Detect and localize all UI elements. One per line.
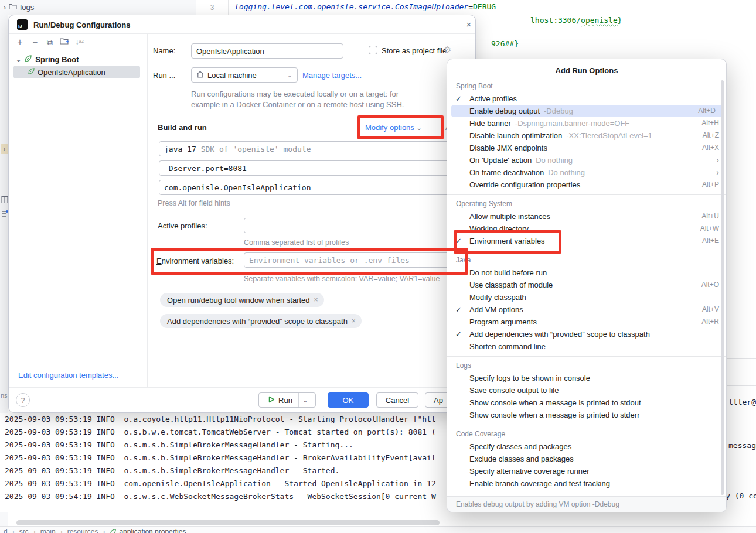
popup-menu-item[interactable]: Disable launch optimization-XX:TieredSto… [447, 129, 726, 142]
popup-menu-item[interactable]: Shorten command line [447, 340, 726, 353]
popup-menu-item[interactable]: ✓Active profiles [447, 93, 726, 105]
project-tree-row[interactable]: › logs [0, 0, 196, 15]
popup-menu-item[interactable]: Modify classpath [447, 291, 726, 303]
popup-menu-item-label: Hide banner [469, 117, 511, 129]
breadcrumb[interactable]: d›src›main›resources›application.propert… [0, 526, 756, 533]
shortcut-label: Alt+V [702, 303, 719, 316]
breadcrumb-item[interactable]: src [19, 528, 29, 533]
chevron-right-icon[interactable]: › [4, 3, 6, 12]
checkmark-icon: ✓ [455, 328, 462, 340]
close-icon[interactable]: × [464, 19, 474, 30]
popup-menu-item[interactable]: Disable JMX endpointsAlt+X [447, 142, 726, 154]
popup-menu-item[interactable]: On 'Update' actionDo nothing› [447, 154, 726, 166]
gear-icon[interactable]: ⚙ [444, 45, 451, 55]
breadcrumb-item[interactable]: application.properties [110, 528, 186, 533]
console-log-line: 2025-09-03 09:53:19 INFO o.a.coyote.http… [0, 413, 447, 426]
console-log-line: 2025-09-03 09:54:19 INFO o.s.w.s.c.WebSo… [0, 490, 447, 503]
popup-menu-item[interactable]: Override configuration propertiesAlt+P [447, 179, 726, 191]
bookmarks-icon[interactable] [1, 196, 8, 206]
main-class-input[interactable]: com.openisle.OpenIsleApplication [159, 180, 469, 195]
popup-menu-item-label: Override configuration properties [469, 179, 580, 191]
project-folder-label[interactable]: logs [20, 3, 34, 12]
popup-menu-item[interactable]: ✓Add VM optionsAlt+V [447, 303, 726, 316]
tree-item-label: OpenIsleApplication [38, 68, 105, 77]
run-debug-configurations-dialog: IJ Run/Debug Configurations × + − ⧉ ↓ᵃᶻ … [8, 15, 476, 413]
store-as-project-file-label[interactable]: Store as project file [382, 46, 447, 55]
popup-menu-item-hint: Do nothing [548, 166, 585, 179]
structure-icon[interactable] [1, 210, 8, 220]
cancel-button[interactable]: Cancel [376, 392, 418, 408]
popup-menu-item[interactable]: On frame deactivationDo nothing› [447, 166, 726, 179]
name-label: Name: [153, 46, 175, 55]
option-tag-provided-scope[interactable]: Add dependencies with “provided” scope t… [160, 314, 362, 328]
popup-section-header: Java [447, 254, 726, 266]
spring-boot-icon [28, 67, 35, 77]
popup-menu-item[interactable]: Save console output to file [447, 384, 726, 397]
rail-text-fragment: ns [1, 392, 8, 399]
breadcrumb-item[interactable]: resources [67, 528, 98, 533]
popup-menu-item-label: Save console output to file [469, 384, 559, 397]
popup-menu-item[interactable]: Specify classes and packages [447, 440, 726, 453]
popup-section-header: Spring Boot [447, 80, 726, 93]
remove-configuration-button[interactable]: − [30, 37, 40, 47]
ok-button[interactable]: OK [328, 392, 369, 408]
new-folder-icon[interactable] [59, 37, 70, 47]
run-console[interactable]: 2025-09-03 09:53:19 INFO o.a.coyote.http… [0, 413, 447, 512]
help-icon[interactable]: ? [16, 393, 30, 407]
console-log-line: 2025-09-03 09:53:19 INFO o.s.m.s.b.Simpl… [0, 439, 447, 452]
stripe-chevron-icon[interactable]: › [1, 144, 8, 154]
checkmark-icon: ✓ [455, 93, 462, 105]
popup-menu-item[interactable]: Enable branch coverage and test tracking [447, 477, 726, 490]
popup-menu-item[interactable]: Show console when a message is printed t… [447, 397, 726, 409]
popup-section-header: Logs [447, 360, 726, 372]
close-icon[interactable]: × [314, 296, 318, 304]
option-tag-open-tool-window[interactable]: Open run/debug tool window when started … [160, 293, 324, 307]
close-icon[interactable]: × [352, 317, 356, 325]
popup-menu-item[interactable]: Program argumentsAlt+R [447, 316, 726, 328]
chevron-down-icon[interactable]: ⌄ [16, 56, 21, 63]
popup-section-header: Operating System [447, 198, 726, 210]
copy-configuration-icon[interactable]: ⧉ [45, 37, 55, 47]
breadcrumb-item[interactable]: d [4, 528, 8, 533]
add-configuration-button[interactable]: + [15, 37, 25, 47]
popup-menu-list: Spring Boot✓Active profilesEnable debug … [447, 79, 726, 496]
breadcrumb-item[interactable]: main [40, 528, 56, 533]
intellij-logo-icon: IJ [17, 19, 28, 30]
run-on-select[interactable]: Local machine ⌄ [191, 67, 298, 83]
popup-menu-item-label: Show console when a message is printed t… [469, 397, 641, 409]
popup-menu-item[interactable]: Show console when a message is printed t… [447, 409, 726, 421]
popup-menu-item[interactable]: Enable debug output-DdebugAlt+D [451, 105, 723, 117]
popup-menu-item[interactable]: Do not build before run [447, 266, 726, 279]
popup-section-divider [447, 194, 726, 195]
vm-options-input[interactable]: -Dserver.port=8081 ≣ [159, 160, 469, 176]
edit-templates-link[interactable]: Edit configuration templates... [18, 371, 118, 380]
manage-targets-link[interactable]: Manage targets... [302, 71, 362, 80]
popup-menu-item[interactable]: Use classpath of moduleAlt+O [447, 279, 726, 291]
popup-menu-item-label: Enable branch coverage and test tracking [469, 477, 610, 490]
shortcut-label: Alt+R [701, 316, 719, 328]
popup-menu-item[interactable]: Hide banner-Dspring.main.banner-mode=OFF… [447, 117, 726, 129]
active-profiles-input[interactable] [244, 218, 469, 233]
store-as-project-file-checkbox[interactable] [369, 46, 377, 54]
run-split-button[interactable]: Run ⌄ [258, 392, 316, 408]
popup-menu-item[interactable]: Allow multiple instancesAlt+U [447, 210, 726, 223]
shortcut-label: Alt+Z [703, 129, 719, 142]
popup-menu-item[interactable]: Specify alternative coverage runner [447, 465, 726, 477]
sort-icon[interactable]: ↓ᵃᶻ [74, 37, 85, 47]
popup-section-header: Code Coverage [447, 428, 726, 440]
chevron-down-icon[interactable]: ⌄ [299, 397, 312, 404]
horizontal-scrollbar[interactable] [16, 520, 440, 525]
shortcut-label: Alt+U [701, 210, 719, 223]
popup-menu-item-hint: -XX:TieredStopAtLevel=1 [566, 129, 652, 142]
jre-select[interactable]: java 17 SDK of 'openisle' module [159, 141, 469, 156]
vertical-scrollbar[interactable] [721, 80, 724, 495]
tree-item-openisleapplication[interactable]: OpenIsleApplication [13, 66, 140, 78]
tree-group-spring-boot[interactable]: ⌄ Spring Boot [16, 53, 79, 66]
name-input[interactable]: OpenIsleApplication [191, 43, 343, 59]
run-on-help-line2: example in a Docker Container or on a re… [191, 100, 404, 109]
popup-menu-item[interactable]: ✓Add dependencies with “provided” scope … [447, 328, 726, 340]
popup-menu-item[interactable]: Specify logs to be shown in console [447, 372, 726, 384]
run-on-label: Run ... [153, 71, 175, 80]
spring-boot-icon [110, 528, 117, 533]
popup-menu-item[interactable]: Exclude classes and packages [447, 453, 726, 465]
